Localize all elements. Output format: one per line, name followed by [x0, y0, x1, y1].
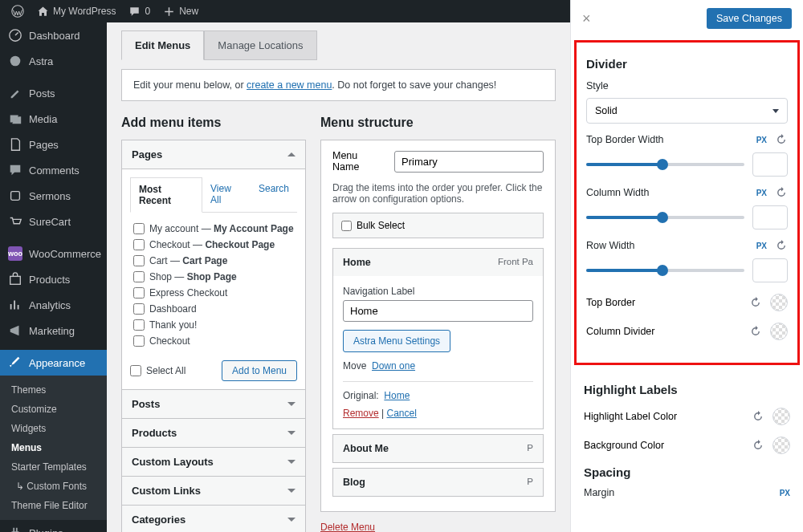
page-checkbox[interactable]: [133, 303, 145, 315]
reset-icon[interactable]: [775, 133, 788, 146]
row-width-input[interactable]: [752, 258, 788, 282]
page-row[interactable]: Cart — Cart Page: [133, 253, 294, 269]
original-link[interactable]: Home: [384, 390, 410, 401]
highlight-label-color-label: Highlight Label Color: [584, 411, 677, 422]
cancel-link[interactable]: Cancel: [386, 408, 416, 419]
nav-woocommerce[interactable]: wooWooCommerce: [0, 241, 107, 266]
top-border-width-slider[interactable]: [586, 163, 744, 166]
close-icon[interactable]: ×: [582, 10, 591, 27]
nav-plugins[interactable]: Plugins: [0, 520, 107, 532]
reset-icon[interactable]: [775, 239, 788, 252]
woo-icon: woo: [8, 246, 22, 261]
nav-surecart[interactable]: SureCart: [0, 209, 107, 234]
nav-posts[interactable]: Posts: [0, 80, 107, 106]
accordion-products[interactable]: Products: [121, 418, 306, 448]
reset-icon[interactable]: [749, 296, 762, 309]
page-row[interactable]: Checkout: [133, 333, 294, 349]
save-changes-button[interactable]: Save Changes: [707, 8, 792, 29]
reset-icon[interactable]: [749, 325, 762, 338]
page-checkbox[interactable]: [133, 255, 145, 266]
highlight-label-color[interactable]: [772, 408, 790, 425]
page-checkbox[interactable]: [133, 271, 145, 282]
nav-dashboard[interactable]: Dashboard: [0, 22, 107, 48]
nav-comments[interactable]: Comments: [0, 157, 107, 183]
site-link[interactable]: My WordPress: [31, 6, 122, 18]
wp-logo[interactable]: [5, 5, 31, 18]
select-all-checkbox[interactable]: [130, 365, 141, 376]
unit-px[interactable]: PX: [756, 242, 767, 250]
move-down-link[interactable]: Down one: [372, 360, 415, 372]
nav-sermons[interactable]: Sermons: [0, 183, 107, 209]
astra-menu-settings-button[interactable]: Astra Menu Settings: [343, 330, 450, 352]
page-row[interactable]: My account — My Account Page: [133, 221, 294, 237]
menu-name-label: Menu Name: [332, 150, 386, 173]
accordion-posts[interactable]: Posts: [121, 389, 306, 419]
page-row[interactable]: Express Checkout: [133, 285, 294, 301]
bulk-select[interactable]: Bulk Select: [332, 213, 544, 238]
page-row[interactable]: Thank you!: [133, 317, 294, 333]
nav-marketing[interactable]: Marketing: [0, 318, 107, 343]
reset-icon[interactable]: [752, 439, 764, 452]
nav-astra[interactable]: Astra: [0, 48, 107, 74]
accordion-pages-head[interactable]: Pages: [122, 140, 305, 169]
sub-themes[interactable]: Themes: [0, 380, 107, 400]
new-link[interactable]: New: [157, 6, 205, 18]
remove-link[interactable]: Remove: [343, 408, 379, 419]
tab-manage-locations[interactable]: Manage Locations: [204, 30, 316, 60]
slider-thumb[interactable]: [657, 159, 668, 170]
nav-analytics[interactable]: Analytics: [0, 292, 107, 318]
page-checkbox[interactable]: [133, 287, 145, 298]
filter-search[interactable]: Search: [251, 177, 297, 212]
nav-products[interactable]: Products: [0, 266, 107, 292]
sub-starter-templates[interactable]: Starter Templates: [0, 457, 107, 477]
unit-px[interactable]: PX: [780, 489, 790, 497]
page-checkbox[interactable]: [133, 223, 145, 234]
sub-custom-fonts[interactable]: ↳ Custom Fonts: [0, 477, 107, 496]
accordion-custom-layouts[interactable]: Custom Layouts: [121, 447, 306, 477]
unit-px[interactable]: PX: [756, 189, 767, 197]
page-checkbox[interactable]: [133, 239, 145, 250]
sub-widgets[interactable]: Widgets: [0, 419, 107, 438]
menu-item-about[interactable]: About MeP: [332, 434, 544, 463]
add-to-menu-button[interactable]: Add to Menu: [222, 360, 297, 381]
sub-theme-file-editor[interactable]: Theme File Editor: [0, 496, 107, 515]
sub-menus[interactable]: Menus: [0, 438, 107, 457]
sub-customize[interactable]: Customize: [0, 400, 107, 419]
delete-menu-link[interactable]: Delete Menu: [320, 522, 375, 532]
create-menu-link[interactable]: create a new menu: [247, 79, 332, 91]
accordion-categories[interactable]: Categories: [121, 505, 306, 532]
tab-edit-menus[interactable]: Edit Menus: [121, 30, 204, 60]
column-divider-color[interactable]: [770, 323, 788, 340]
page-checkbox[interactable]: [133, 335, 145, 347]
nav-label-input[interactable]: [343, 300, 533, 322]
menu-item-blog[interactable]: BlogP: [332, 468, 544, 497]
page-checkbox[interactable]: [133, 319, 145, 331]
caret-down-icon: [287, 489, 296, 493]
nav-pages[interactable]: Pages: [0, 132, 107, 157]
top-border-width-input[interactable]: [752, 152, 788, 177]
accordion-custom-links[interactable]: Custom Links: [121, 476, 306, 506]
nav-appearance[interactable]: Appearance: [0, 350, 107, 376]
select-all[interactable]: Select All: [130, 363, 185, 379]
page-row[interactable]: Checkout — Checkout Page: [133, 237, 294, 253]
menu-name-input[interactable]: [394, 151, 544, 173]
filter-recent[interactable]: Most Recent: [130, 177, 202, 213]
column-width-input[interactable]: [752, 205, 788, 229]
nav-media[interactable]: Media: [0, 106, 107, 132]
background-color[interactable]: [772, 437, 790, 454]
slider-thumb[interactable]: [657, 212, 668, 223]
column-width-slider[interactable]: [586, 216, 744, 219]
top-border-color[interactable]: [770, 294, 788, 311]
filter-viewall[interactable]: View All: [202, 177, 251, 212]
bulk-checkbox[interactable]: [341, 221, 352, 231]
page-row[interactable]: Dashboard: [133, 301, 294, 317]
page-row[interactable]: Shop — Shop Page: [133, 269, 294, 285]
style-select[interactable]: Solid: [586, 98, 788, 124]
reset-icon[interactable]: [752, 410, 764, 423]
menu-item-head[interactable]: HomeFront Pa: [333, 249, 543, 276]
slider-thumb[interactable]: [657, 265, 668, 276]
reset-icon[interactable]: [775, 186, 788, 199]
comments-link[interactable]: 0: [122, 6, 157, 18]
unit-px[interactable]: PX: [756, 136, 767, 144]
row-width-slider[interactable]: [586, 269, 744, 272]
